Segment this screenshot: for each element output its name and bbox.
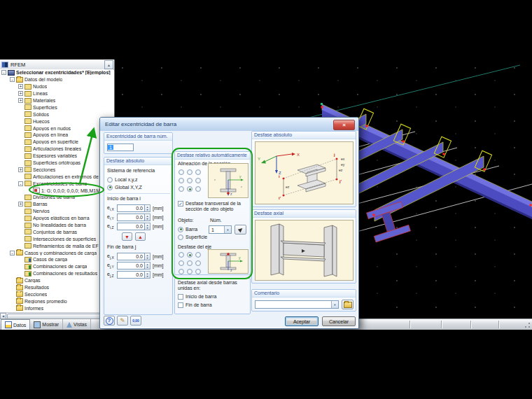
axis-offset-radio-1[interactable] (187, 252, 192, 258)
axis-offset-radio-6[interactable] (178, 269, 184, 274)
tree-item[interactable]: Resultados (0, 284, 113, 291)
radio-selected[interactable] (178, 227, 183, 232)
copy-to-end-button[interactable]: ▼ (122, 232, 132, 241)
tree-item[interactable]: Apoyos en línea (0, 132, 113, 139)
tree-item[interactable]: No linealidades de barra (0, 222, 113, 229)
chevron-down-icon[interactable]: ▾ (331, 301, 338, 308)
tree-expand-toggle[interactable]: - (10, 251, 15, 255)
tree-item[interactable]: +Líneas (0, 90, 113, 97)
tree-item[interactable]: Secciones (0, 291, 113, 298)
comment-edit-button[interactable]: ✎ (117, 316, 128, 326)
tree-item[interactable]: 1: G; 0,0,0; 0,0,0; MB,M1MT (0, 187, 113, 194)
tree-item[interactable]: -Seleccionar excentricidades* [Ejemplos] (0, 69, 113, 76)
tree-item[interactable]: Refinamientos de malla de EF (0, 242, 113, 249)
tree-item[interactable]: Casos de carga (0, 256, 113, 263)
offset-input[interactable]: 0.0 (117, 223, 145, 230)
spinner[interactable]: ▴▾ (145, 214, 150, 221)
axis-offset-radio-3[interactable] (178, 260, 184, 266)
spinner[interactable]: ▴▾ (145, 204, 150, 212)
tree-expand-toggle[interactable]: + (18, 84, 23, 89)
tab-mostrar[interactable]: Mostrar (30, 319, 63, 330)
offset-input[interactable]: 0.0 (117, 253, 145, 260)
spinner[interactable]: ▴▾ (145, 262, 150, 270)
tree-item[interactable]: Cargas (0, 277, 113, 284)
radio-unselected[interactable] (107, 177, 113, 183)
tree-item[interactable]: Combinaciones de carga (0, 263, 113, 270)
tree-item[interactable]: Articulaciones en extremos de barra (0, 173, 113, 180)
tree-item[interactable]: Superficies (0, 104, 113, 111)
alignment-radio-3[interactable] (178, 178, 184, 183)
checkbox-unchecked[interactable] (178, 294, 183, 300)
tree-item[interactable]: +Materiales (0, 97, 113, 104)
tree-item[interactable]: -Casos y combinaciones de carga (0, 249, 113, 256)
transverse-offset-checkbox[interactable]: ✓ Desfase transversal de la sección de o… (178, 201, 248, 212)
axis-offset-radio-8[interactable] (195, 269, 201, 274)
tree-expand-toggle[interactable]: + (18, 91, 23, 96)
tree-item[interactable]: Apoyos elásticos en barra (0, 215, 113, 222)
tree-item[interactable]: Conjuntos de barras (0, 228, 113, 235)
checkbox-unchecked[interactable] (178, 302, 183, 308)
alignment-radio-7[interactable] (187, 186, 192, 192)
tree-expand-toggle[interactable]: + (18, 98, 23, 103)
axis-offset-radio-0[interactable] (178, 252, 184, 258)
object-type-option[interactable]: Superficie (178, 233, 207, 241)
checkbox-checked[interactable]: ✓ (178, 201, 183, 206)
object-type-option[interactable]: Barra (178, 225, 207, 233)
tree-item[interactable]: +Secciones (0, 166, 113, 173)
resize-grip[interactable] (524, 322, 531, 328)
alignment-radio-1[interactable] (187, 169, 192, 175)
tab-datos[interactable]: Datos (1, 319, 30, 330)
tree-item[interactable]: Huecos (0, 118, 113, 125)
axis-offset-radio-2[interactable] (195, 252, 201, 258)
tree-item[interactable]: Divisiones de barra (0, 194, 113, 201)
axial-from-checkbox[interactable]: Fin de barra (178, 302, 216, 308)
tree-item[interactable]: Combinaciones de resultados (0, 270, 113, 277)
object-number-combo[interactable]: 1 ▾ (209, 225, 232, 234)
alignment-radio-4[interactable] (187, 178, 192, 183)
pick-object-button[interactable] (234, 225, 246, 234)
spinner[interactable]: ▴▾ (145, 271, 150, 279)
tree-expand-toggle[interactable]: - (18, 181, 23, 186)
spinner[interactable]: ▴▾ (145, 253, 150, 260)
tree-expand-toggle[interactable]: - (10, 77, 15, 82)
scroll-up-button[interactable]: ▲ (104, 60, 113, 69)
reference-system-option[interactable]: Global X,Y,Z (107, 183, 142, 191)
dialog-titlebar[interactable]: Editar excentricidad de barra × (100, 118, 358, 131)
tree-item[interactable]: Sólidos (0, 111, 113, 118)
reference-system-option[interactable]: Local x,y,z (107, 176, 142, 183)
tree-item[interactable]: +Nudos (0, 83, 113, 90)
units-settings-button[interactable]: 0,00 (130, 316, 141, 326)
offset-input[interactable]: 0.0 (117, 271, 145, 279)
offset-input[interactable]: 0.0 (117, 262, 145, 270)
axial-from-checkbox[interactable]: Inicio de barra (178, 294, 216, 300)
tab-vistas[interactable]: Vistas (63, 319, 91, 330)
close-icon[interactable]: × (333, 120, 355, 130)
alignment-radio-6[interactable] (178, 186, 184, 192)
accept-button[interactable]: Aceptar (285, 316, 318, 326)
tree-expand-toggle[interactable]: + (18, 202, 23, 206)
axis-offset-radio-7[interactable] (187, 269, 192, 274)
tree-item[interactable]: Apoyos en nudos (0, 125, 113, 132)
radio-unselected[interactable] (178, 234, 183, 240)
axis-offset-radio-5[interactable] (195, 260, 201, 266)
tree-item[interactable]: -Datos del modelo (0, 76, 113, 83)
axis-offset-radio-4[interactable] (187, 260, 192, 266)
tree-item[interactable]: Articulaciones lineales (0, 146, 113, 153)
offset-input[interactable]: 0.0 (117, 204, 145, 212)
alignment-radio-8[interactable] (195, 186, 201, 192)
help-button[interactable]: ? (104, 316, 115, 326)
cancel-button[interactable]: Cancelar (322, 316, 356, 326)
tree-item[interactable]: Espesores variables (0, 153, 113, 160)
offset-input[interactable]: 0.0 (117, 214, 145, 221)
tree-item[interactable]: +Barras (0, 201, 113, 208)
tree-item[interactable]: Informes (0, 304, 113, 312)
eccentricity-number-input[interactable]: 1 (107, 144, 134, 151)
copy-to-start-button[interactable]: ▲ (135, 232, 146, 241)
tree-item[interactable]: Intersecciones de superficies (0, 235, 113, 242)
comment-library-button[interactable] (342, 300, 354, 309)
alignment-radio-5[interactable] (195, 178, 201, 183)
tree-item[interactable]: Nervios (0, 208, 113, 215)
tree-expand-toggle[interactable]: + (18, 167, 23, 172)
radio-selected[interactable] (107, 185, 113, 190)
comment-combo[interactable]: ▾ (255, 300, 339, 309)
